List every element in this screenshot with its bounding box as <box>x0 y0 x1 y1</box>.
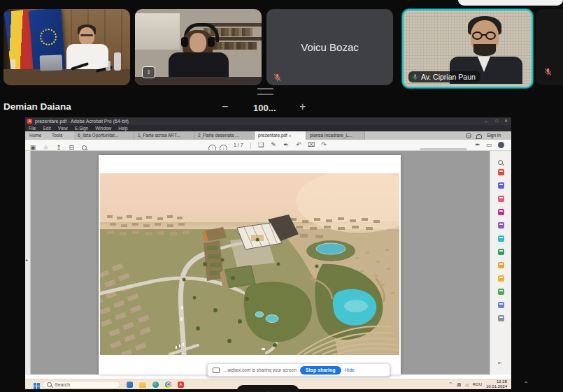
search-label: Search <box>55 382 70 387</box>
taskbar-search-input[interactable]: Search <box>42 381 120 389</box>
window-light <box>135 13 180 50</box>
network-icon[interactable] <box>457 383 461 386</box>
doc-tab-2[interactable]: 1_Parte scrisa ART... <box>134 131 194 140</box>
delete-trash-icon[interactable]: ⌧ <box>306 140 316 150</box>
comment-icon[interactable]: ❑ <box>256 140 266 150</box>
nav-pane-collapsed-rail[interactable] <box>25 151 31 375</box>
participant-2-earcup <box>181 37 188 47</box>
tool-organize-pages-icon[interactable] <box>498 209 504 215</box>
zoom-level-value[interactable]: 100... <box>253 103 276 113</box>
clock-date: 10.01.2024 <box>486 384 507 389</box>
webex-icon[interactable] <box>152 382 159 388</box>
menu-view[interactable]: View <box>58 125 68 131</box>
mic-muted-icon <box>544 68 552 76</box>
expand-nav-pane-icon[interactable]: ▸ <box>26 257 28 262</box>
undo-icon[interactable]: ↶ <box>294 140 304 150</box>
participant-4-beard <box>473 44 496 56</box>
close-button[interactable]: ✕ <box>504 117 508 125</box>
tool-protect-icon[interactable] <box>498 302 504 308</box>
bottom-right-chevron-icon[interactable]: ⌃ <box>523 380 529 388</box>
zoom-in-button[interactable]: + <box>299 101 306 113</box>
tray-expand-chevron-icon[interactable]: ⌃ <box>448 382 452 387</box>
minimize-button[interactable]: – <box>485 117 487 125</box>
save-icon[interactable]: ▣ <box>28 143 38 151</box>
participant-tile-1[interactable] <box>3 9 130 85</box>
menu-file[interactable]: File <box>29 125 36 131</box>
share-upload-icon[interactable]: ↥ <box>54 143 64 151</box>
desk-edge <box>135 77 262 85</box>
collapse-rail-icon[interactable]: ⇤ <box>498 361 502 366</box>
notifications-bell-icon[interactable] <box>476 134 482 138</box>
find-icon[interactable] <box>80 143 90 151</box>
doc-tab-active-label: prezentare.pdf <box>258 133 287 138</box>
participant-tile-2[interactable]: ⇧ <box>135 9 262 85</box>
page-indicator[interactable]: 1 / 7 <box>234 140 243 150</box>
file-explorer-icon[interactable] <box>139 382 146 388</box>
menu-esign[interactable]: E-Sign <box>75 125 89 131</box>
water-carafe <box>114 52 121 71</box>
help-icon[interactable]: ? <box>466 133 471 138</box>
hide-sharing-bar-button[interactable]: Hide <box>345 368 355 372</box>
tool-comment-icon[interactable] <box>498 275 504 282</box>
doc-tab-5[interactable]: plansa incadrare_L... <box>306 131 365 140</box>
stop-sharing-button[interactable]: Stop sharing <box>300 366 341 375</box>
participant-tile-5-partial[interactable] <box>536 9 563 85</box>
screen-sharing-bar: …webex.com is sharing your screen Stop s… <box>207 363 390 377</box>
panel-drag-handle[interactable] <box>257 88 273 95</box>
task-view-icon[interactable] <box>127 382 133 388</box>
tool-request-signatures-icon[interactable] <box>498 235 504 242</box>
tool-export-pdf-icon[interactable] <box>498 169 504 175</box>
tool-prepare-form-icon[interactable] <box>498 249 504 255</box>
maximize-button[interactable]: □ <box>495 117 498 125</box>
tool-fill-and-sign-icon[interactable] <box>498 222 504 228</box>
chevron-down-icon[interactable]: ∨ <box>289 133 292 138</box>
menu-help[interactable]: Help <box>118 125 127 131</box>
taskbar-clock[interactable]: 12:28 10.01.2024 <box>486 379 507 389</box>
active-speaker-name: Av. Ciprian Paun <box>421 73 476 81</box>
start-button-icon[interactable] <box>34 383 36 386</box>
meeting-top-control-pill[interactable] <box>458 0 563 6</box>
menu-window[interactable]: Window <box>95 125 111 131</box>
page-down-icon[interactable]: ↓ <box>220 142 227 151</box>
menu-edit[interactable]: Edit <box>43 125 50 131</box>
participant-2-earcup-r <box>208 37 215 47</box>
acrobat-taskbar-icon[interactable]: A <box>178 382 184 388</box>
sign-in-button[interactable]: Sign In <box>487 131 501 140</box>
feedback-window-icon[interactable]: ▭ <box>484 140 494 150</box>
participant-tile-ciprian-paun[interactable]: Av. Ciprian Paun <box>402 9 533 88</box>
tools-rail: ⇤ <box>490 151 511 375</box>
participant-4-glasses-r <box>485 31 496 40</box>
doc-tab-3[interactable]: 2_Parte desenata ... <box>194 131 255 140</box>
tool-combine-files-icon[interactable] <box>498 262 504 268</box>
tool-edit-pdf-icon[interactable] <box>498 182 504 189</box>
laptop <box>40 55 63 71</box>
chrome-icon[interactable] <box>165 382 171 388</box>
acrobat-tab-bar: Home Tools 6_lista Oportunitat... 1_Part… <box>25 131 511 140</box>
tool-stamp-icon[interactable] <box>498 289 504 295</box>
print-icon[interactable]: ⊟ <box>66 143 76 151</box>
edit-pencil-icon[interactable]: ✎ <box>269 140 278 150</box>
window-title: prezentare.pdf - Adobe Acrobat Pro (64-b… <box>35 117 129 125</box>
zoom-out-button[interactable]: − <box>222 101 228 113</box>
acrobat-title-bar: A prezentare.pdf - Adobe Acrobat Pro (64… <box>25 117 511 125</box>
profile-avatar-icon[interactable] <box>498 142 504 148</box>
participant-tile-voicu-bozac[interactable]: Voicu Bozac <box>266 9 393 85</box>
tab-tools[interactable]: Tools <box>52 131 62 140</box>
tab-home[interactable]: Home <box>29 131 41 140</box>
redo-icon[interactable]: ↷ <box>319 140 329 150</box>
language-indicator[interactable]: ROU <box>473 382 482 386</box>
volume-icon[interactable]: ◁ <box>465 382 469 387</box>
doc-tab-1[interactable]: 6_lista Oportunitat... <box>74 131 134 140</box>
doc-tab-active-prezentare[interactable]: prezentare.pdf ∨ <box>255 131 306 140</box>
tool-create-pdf-icon[interactable] <box>498 196 504 202</box>
pdf-page <box>99 155 401 375</box>
page-up-icon[interactable]: ↑ <box>208 142 216 151</box>
monitor-icon <box>213 368 220 373</box>
sharing-message: …webex.com is sharing your screen <box>223 368 297 372</box>
star-favorites-icon[interactable]: ☆ <box>41 143 50 151</box>
tool-compress-icon[interactable] <box>498 315 504 321</box>
meeting-controls-peek[interactable]: ⌃ <box>236 385 299 392</box>
search-icon <box>47 382 52 387</box>
signature-pen-icon[interactable]: ✒ <box>473 140 483 150</box>
fill-sign-pen-icon[interactable]: ✒ <box>281 140 291 150</box>
